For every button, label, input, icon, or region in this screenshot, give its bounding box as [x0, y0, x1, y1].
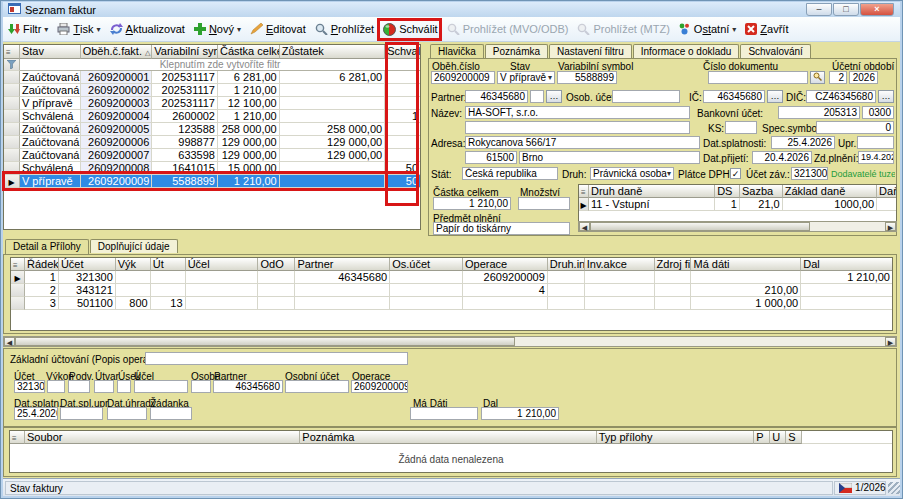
filter-row[interactable]: Klepnutím zde vytvoříte filtr — [4, 59, 420, 71]
popis-operace-field[interactable] — [145, 352, 408, 365]
scroll-left-icon[interactable]: ◀ — [579, 222, 590, 231]
column-header-operace[interactable]: Operace — [463, 258, 548, 271]
tab-detail-prilohy[interactable]: Detail a Přílohy — [5, 239, 89, 254]
filter-button[interactable]: Filtr ▾ — [8, 23, 48, 35]
ma-dati-field[interactable] — [410, 407, 478, 420]
dat-splatnosti-field[interactable]: 25.4.2026 — [771, 136, 835, 149]
scroll-right-icon[interactable]: ▶ — [885, 222, 896, 231]
column-header-ds[interactable]: DS — [715, 185, 740, 198]
platce-dph-checkbox[interactable]: ✓ — [730, 168, 741, 179]
ks-field[interactable] — [725, 121, 757, 134]
cislo-dokumentu-field[interactable] — [708, 71, 808, 84]
column-header-dal[interactable]: Dal — [801, 258, 892, 271]
upr-field[interactable] — [857, 136, 894, 149]
nazev2-field[interactable] — [465, 121, 690, 134]
resize-grip[interactable] — [888, 482, 900, 494]
tax-grid-hscrollbar[interactable]: ◀ ▶ — [578, 221, 897, 232]
minimize-button[interactable]: – — [806, 3, 832, 16]
column-header-radek[interactable]: Řádek△ — [25, 258, 59, 271]
mnozstvi-field[interactable] — [518, 197, 570, 210]
dic-field[interactable]: CZ46345680 — [806, 90, 876, 103]
table-row[interactable]: 2 343121 4 210,00 — [11, 284, 892, 297]
refresh-button[interactable]: Aktualizovat — [110, 23, 185, 35]
druh-select[interactable]: Právnická osoba▾ — [590, 167, 674, 180]
close-list-button[interactable]: Zavřít — [745, 23, 788, 35]
var-symbol-field[interactable]: 5588899 — [557, 71, 617, 84]
filter-caret-icon[interactable]: ▾ — [44, 25, 48, 34]
spec-symbol-field[interactable]: 0 — [816, 121, 894, 134]
detail-hscrollbar[interactable]: ◀ ▶ — [3, 336, 897, 347]
zadanka-field[interactable] — [150, 407, 192, 420]
obeh-cislo-field[interactable]: 2609200009 — [431, 71, 495, 84]
column-header-odo[interactable]: OdO — [258, 258, 295, 271]
ucel-field[interactable] — [134, 380, 188, 393]
adresa-field[interactable]: Rokycanova 566/17 — [465, 136, 700, 149]
scrollbar-thumb[interactable] — [15, 337, 515, 346]
partner-sub-field[interactable] — [530, 90, 544, 103]
tab-poznamka[interactable]: Poznámka — [485, 44, 548, 58]
ic-field[interactable]: 46345680 — [703, 90, 765, 103]
column-header-castka[interactable]: Částka celkem — [218, 45, 280, 59]
column-header-ma-dati[interactable]: Má dáti — [691, 258, 801, 271]
table-row[interactable]: Schválená 2609200004 2600002 1 210,00 1 — [4, 110, 420, 123]
tab-doplnujici-udaje[interactable]: Doplňující údaje — [90, 239, 178, 253]
column-header-os-ucet[interactable]: Os.účet — [390, 258, 463, 271]
tab-informace[interactable]: Informace o dokladu — [633, 44, 740, 58]
grid-corner-button[interactable]: ≡ — [4, 45, 20, 59]
nazev-field[interactable]: HA-SOFT, s.r.o. — [465, 106, 690, 119]
column-header-druh-inv[interactable]: Druh.inv. — [548, 258, 585, 271]
dat-uhrady-field[interactable] — [107, 407, 147, 420]
table-row[interactable]: Zaúčtovaná 2609200006 998877 129 000,00 … — [4, 136, 420, 149]
dic-lookup-button[interactable]: … — [878, 90, 894, 103]
column-header-zustatek[interactable]: Zůstatek — [280, 45, 385, 59]
psc-field[interactable]: 61500 — [465, 151, 517, 164]
table-row[interactable]: ▶ 1 321300 46345680 2609200009 1 210,00 — [11, 271, 892, 284]
new-caret-icon[interactable]: ▾ — [237, 25, 241, 34]
grid-corner-button[interactable]: ≡ — [11, 258, 25, 271]
filter-hint[interactable]: Klepnutím zde vytvoříte filtr — [20, 59, 420, 71]
ucet-zav-field[interactable]: 321300 — [791, 167, 828, 180]
print-button[interactable]: Tisk ▾ — [57, 23, 100, 35]
table-row[interactable]: 3 501100 800 13 1 000,00 — [11, 297, 892, 310]
table-row[interactable]: V přípravě 2609200003 202531117 12 100,0… — [4, 97, 420, 110]
print-caret-icon[interactable]: ▾ — [97, 25, 101, 34]
table-row[interactable]: ▶ 11 - Vstupní 1 21,0 1000,00 — [579, 198, 896, 211]
grid-corner-button[interactable]: ≡ — [579, 185, 589, 198]
other-button[interactable]: Ostatní ▾ — [679, 23, 737, 35]
column-header-druh-dane[interactable]: Druh daně — [589, 185, 715, 198]
column-header-typ-prilohy[interactable]: Typ přílohy — [597, 431, 755, 444]
utvar-field[interactable] — [94, 380, 114, 393]
usek-field[interactable] — [117, 380, 131, 393]
obdobi-mesic-field[interactable]: 2 — [829, 71, 847, 84]
other-caret-icon[interactable]: ▾ — [732, 25, 736, 34]
vykon-field[interactable] — [47, 380, 65, 393]
osoba-field[interactable] — [191, 380, 211, 393]
grid-corner-button[interactable]: ≡ — [10, 431, 25, 444]
column-header-dan[interactable]: Daň — [877, 185, 896, 198]
partner-field[interactable]: 46345680 — [213, 380, 283, 393]
column-header-zdroj-fin[interactable]: Zdroj fin. — [655, 258, 692, 271]
table-row[interactable]: Zaúčtovaná 2609200001 202531117 6 281,00… — [4, 71, 420, 84]
table-row[interactable]: Zaúčtovaná 2609200007 633598 129 000,00 … — [4, 149, 420, 162]
column-header-s[interactable]: S — [786, 431, 802, 444]
column-header-zaklad[interactable]: Základ daně — [783, 185, 877, 198]
column-header-poznamka[interactable]: Poznámka — [300, 431, 596, 444]
zd-plneni-field[interactable]: 19.4.2026 — [858, 151, 894, 164]
column-header-inv-akce[interactable]: Inv.akce — [585, 258, 655, 271]
view-button[interactable]: Prohlížet — [315, 23, 374, 35]
mesto-field[interactable]: Brno — [519, 151, 700, 164]
scroll-left-icon[interactable]: ◀ — [4, 337, 15, 346]
podv-field[interactable] — [68, 380, 90, 393]
table-row[interactable]: Zaúčtovaná 2609200005 123588 258 000,00 … — [4, 123, 420, 136]
dat-prijeti-field[interactable]: 20.4.2026 — [752, 151, 812, 164]
column-header-obeh[interactable]: Oběh.č.fakt.△ — [81, 45, 153, 59]
osobni-ucet-field[interactable] — [285, 380, 349, 393]
column-header-stav[interactable]: Stav — [20, 45, 81, 59]
column-header-p[interactable]: P — [754, 431, 770, 444]
tab-schvalovani[interactable]: Schvalování — [740, 44, 810, 58]
column-header-ucel[interactable]: Účel — [186, 258, 259, 271]
scrollbar-thumb[interactable] — [590, 222, 810, 231]
obdobi-rok-field[interactable]: 2026 — [849, 71, 878, 84]
column-header-soubor[interactable]: Soubor — [25, 431, 300, 444]
tab-nastaveni-filtru[interactable]: Nastavení filtru — [549, 44, 632, 58]
